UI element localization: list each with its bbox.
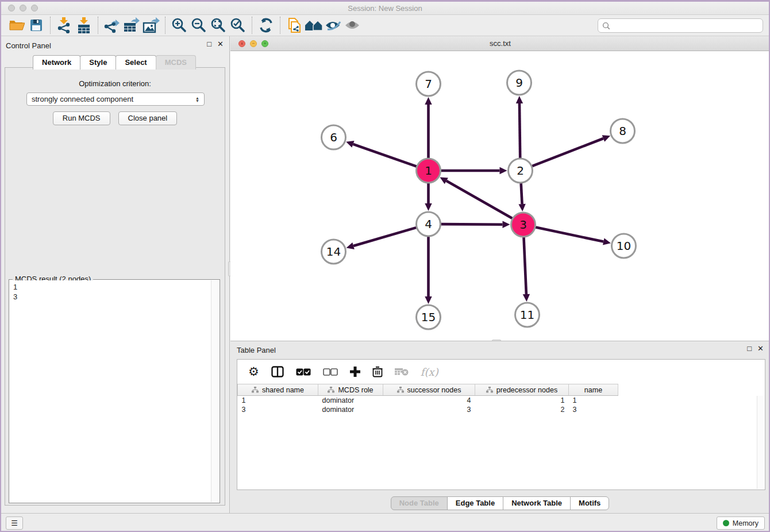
column-header-successor-nodes[interactable]: successor nodes: [383, 384, 475, 396]
main-toolbar: [0, 15, 770, 36]
column-type-icon: [486, 387, 493, 393]
zoom-out-icon[interactable]: [189, 17, 209, 34]
memory-status-dot: [723, 520, 729, 526]
delete-column-trash-icon[interactable]: [372, 366, 383, 377]
table-cell[interactable]: 3: [238, 405, 318, 414]
create-column-plus-icon[interactable]: [350, 367, 360, 377]
run-mcds-button[interactable]: Run MCDS: [53, 111, 110, 125]
node-label-11: 11: [520, 308, 534, 322]
export-network-icon[interactable]: [102, 17, 122, 34]
edge-2-3[interactable]: [521, 183, 522, 204]
edge-4-3[interactable]: [441, 224, 502, 225]
tab-select[interactable]: Select: [116, 55, 156, 70]
toolbar-separator: [50, 17, 51, 34]
table-panel-float-icon[interactable]: □: [747, 345, 752, 352]
export-table-icon[interactable]: [122, 17, 141, 34]
control-panel-float-icon[interactable]: □: [207, 40, 211, 48]
tab-motifs[interactable]: Motifs: [570, 496, 609, 510]
tab-network[interactable]: Network: [33, 55, 80, 70]
task-history-button[interactable]: ☰: [6, 516, 23, 530]
search-box[interactable]: [598, 18, 763, 33]
edge-3-1[interactable]: [446, 181, 513, 218]
search-input[interactable]: [613, 21, 759, 30]
optimization-criterion-label: Optimization criterion:: [5, 79, 225, 88]
network-window-title: scc.txt: [230, 39, 770, 48]
close-panel-button[interactable]: Close panel: [118, 111, 178, 125]
table-cell[interactable]: 3: [569, 405, 618, 414]
memory-button[interactable]: Memory: [717, 516, 765, 530]
criterion-select[interactable]: strongly connected component ▲ ▼: [26, 92, 205, 106]
tab-style[interactable]: Style: [80, 55, 116, 70]
import-network-icon[interactable]: [55, 17, 74, 34]
table-cell[interactable]: dominator: [318, 396, 383, 405]
select-stepper-icon: ▲ ▼: [195, 97, 199, 102]
table-cell[interactable]: 1: [569, 396, 618, 405]
zoom-fit-icon[interactable]: [209, 17, 228, 34]
app-titlebar: Session: New Session: [0, 2, 770, 15]
first-neighbors-icon[interactable]: [304, 17, 324, 34]
table-row[interactable]: 1dominator411: [238, 396, 618, 405]
export-image-icon[interactable]: [141, 17, 161, 34]
table-row[interactable]: 3dominator323: [238, 405, 618, 414]
edge-2-9[interactable]: [519, 103, 520, 158]
result-item[interactable]: 1: [13, 282, 211, 292]
node-label-4: 4: [425, 217, 432, 231]
tab-network-table[interactable]: Network Table: [503, 496, 571, 510]
edge-arrowhead: [425, 97, 432, 105]
table-cell[interactable]: dominator: [318, 405, 383, 414]
toolbar-separator: [252, 17, 252, 34]
tab-edge-table[interactable]: Edge Table: [447, 496, 503, 510]
node-label-2: 2: [517, 164, 524, 178]
tab-mcds[interactable]: MCDS: [156, 55, 196, 70]
table-cell[interactable]: 1: [475, 396, 569, 405]
node-label-14: 14: [326, 245, 341, 259]
show-all-icon[interactable]: [343, 17, 363, 34]
import-table-icon[interactable]: [74, 17, 94, 34]
edge-arrowhead: [603, 238, 611, 245]
deselect-all-columns-icon[interactable]: [323, 368, 338, 376]
zoom-in-icon[interactable]: [170, 17, 189, 34]
table-settings-gear-icon[interactable]: ⚙: [248, 365, 259, 379]
clone-network-icon[interactable]: [284, 17, 304, 34]
mcds-result-list[interactable]: 13: [10, 280, 211, 502]
edge-3-11[interactable]: [523, 237, 526, 294]
result-item[interactable]: 3: [13, 292, 211, 302]
apply-layout-icon[interactable]: [256, 17, 276, 34]
open-file-icon[interactable]: [7, 17, 26, 34]
edge-4-14[interactable]: [353, 228, 416, 246]
edge-3-10[interactable]: [536, 228, 603, 242]
table-panel-close-icon[interactable]: ✕: [757, 345, 764, 352]
control-panel-close-icon[interactable]: ✕: [217, 40, 224, 48]
table-cell[interactable]: 1: [238, 396, 318, 405]
delete-table-icon[interactable]: [395, 368, 409, 376]
function-builder-icon[interactable]: f(x): [421, 366, 438, 378]
network-canvas[interactable]: 7968124314101511: [230, 51, 770, 341]
save-session-icon[interactable]: [26, 17, 46, 34]
table-cell[interactable]: 4: [383, 396, 475, 405]
edge-arrowhead: [346, 141, 354, 148]
column-header-predecessor-nodes[interactable]: predecessor nodes: [475, 384, 569, 396]
hide-selected-icon[interactable]: [324, 17, 343, 34]
control-panel-title: Control Panel: [6, 41, 51, 50]
tab-node-table[interactable]: Node Table: [391, 496, 448, 510]
toolbar-separator: [98, 17, 98, 34]
select-all-columns-icon[interactable]: [296, 368, 311, 376]
column-header-mcds-role[interactable]: MCDS role: [318, 384, 383, 396]
list-icon: ☰: [11, 519, 18, 527]
node-label-10: 10: [617, 239, 631, 253]
search-icon: [602, 22, 610, 30]
edge-arrowhead: [425, 296, 432, 304]
network-window-titlebar[interactable]: x − + scc.txt: [230, 36, 770, 51]
column-header-shared-name[interactable]: shared name: [238, 384, 318, 396]
show-columns-icon[interactable]: [271, 366, 284, 377]
zoom-selected-icon[interactable]: [228, 17, 248, 34]
toolbar-separator: [280, 17, 280, 34]
edge-1-6[interactable]: [353, 144, 416, 167]
node-table-header: shared nameMCDS rolesuccessor nodesprede…: [238, 384, 618, 396]
column-header-name[interactable]: name: [569, 384, 618, 396]
result-scrollbar[interactable]: [211, 280, 219, 502]
table-cell[interactable]: 3: [383, 405, 475, 414]
table-scrollbar[interactable]: [757, 396, 764, 489]
table-cell[interactable]: 2: [475, 405, 569, 414]
edge-2-8[interactable]: [532, 138, 603, 166]
